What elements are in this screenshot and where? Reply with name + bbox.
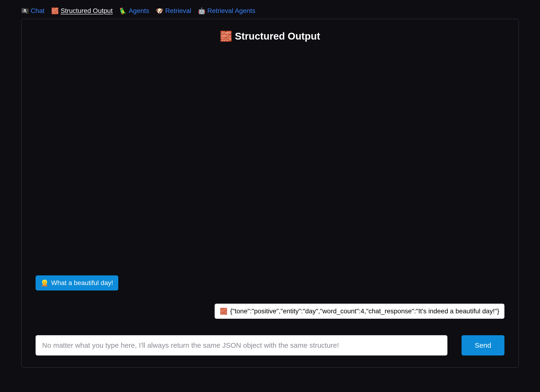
- nav-retrieval-label: Retrieval: [165, 7, 191, 15]
- assistant-message-bubble: 🧱 {"tone":"positive","entity":"day","wor…: [215, 304, 505, 319]
- page-title: 🧱 Structured Output: [35, 30, 505, 42]
- page-title-icon: 🧱: [220, 31, 232, 42]
- top-nav: 🏴‍☠️ Chat 🧱 Structured Output 🦜 Agents 🐶…: [21, 5, 519, 19]
- send-button[interactable]: Send: [461, 335, 505, 356]
- nav-chat[interactable]: 🏴‍☠️ Chat: [21, 7, 45, 15]
- message-input[interactable]: [35, 335, 447, 356]
- nav-agents-label: Agents: [129, 7, 149, 15]
- parrot-icon: 🦜: [119, 7, 127, 15]
- assistant-message-text: {"tone":"positive","entity":"day","word_…: [230, 308, 499, 315]
- dog-icon: 🐶: [156, 7, 163, 15]
- chat-area: 👱 What a beautiful day! 🧱 {"tone":"posit…: [35, 49, 505, 335]
- input-row: Send: [35, 335, 505, 356]
- nav-retrieval-agents[interactable]: 🤖 Retrieval Agents: [198, 7, 255, 15]
- main-panel: 🧱 Structured Output 👱 What a beautiful d…: [21, 19, 519, 367]
- robot-icon: 🤖: [198, 7, 205, 15]
- message-assistant: 🧱 {"tone":"positive","entity":"day","wor…: [35, 304, 505, 319]
- message-user: 👱 What a beautiful day!: [35, 275, 505, 290]
- nav-chat-label: Chat: [31, 7, 45, 15]
- brick-icon: 🧱: [220, 308, 227, 315]
- nav-structured-output[interactable]: 🧱 Structured Output: [51, 7, 113, 15]
- user-message-bubble: 👱 What a beautiful day!: [35, 275, 118, 290]
- nav-structured-output-label: Structured Output: [60, 7, 113, 15]
- nav-agents[interactable]: 🦜 Agents: [119, 7, 149, 15]
- page-title-text: Structured Output: [235, 31, 320, 42]
- user-message-text: What a beautiful day!: [51, 279, 113, 287]
- pirate-flag-icon: 🏴‍☠️: [21, 7, 29, 15]
- nav-retrieval-agents-label: Retrieval Agents: [207, 7, 255, 15]
- brick-icon: 🧱: [51, 7, 59, 15]
- nav-retrieval[interactable]: 🐶 Retrieval: [156, 7, 191, 15]
- person-icon: 👱: [41, 279, 48, 287]
